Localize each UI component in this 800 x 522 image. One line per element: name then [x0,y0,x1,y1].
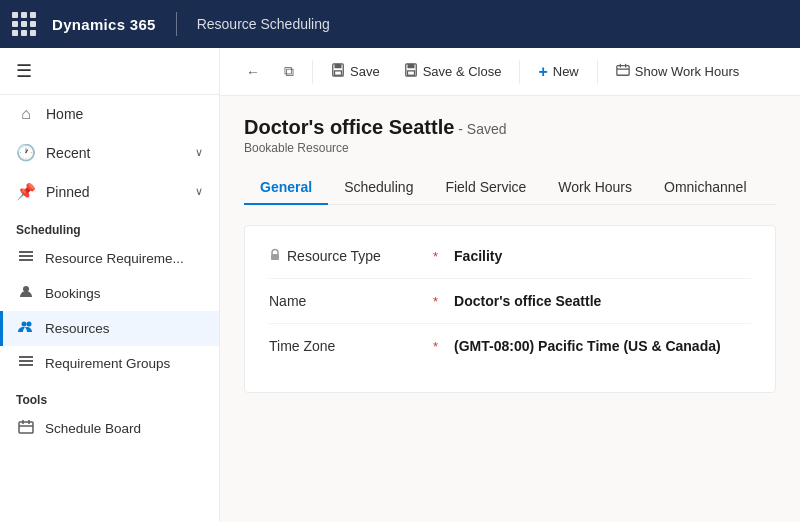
show-work-hours-button[interactable]: Show Work Hours [606,57,750,86]
new-icon: + [538,63,547,81]
calendar-icon [17,419,35,438]
resource-requirements-label: Resource Requireme... [45,251,184,266]
name-value[interactable]: Doctor's office Seattle [454,293,601,309]
name-label-group: Name [269,293,429,309]
form-card: Resource Type * Facility Name * Doctor's… [244,225,776,393]
toolbar: ← ⧉ Save Save & Close + New [220,48,800,96]
sidebar-item-bookings[interactable]: Bookings [0,276,219,311]
svg-point-5 [27,322,32,327]
save-icon [331,63,345,80]
svg-point-4 [22,322,27,327]
resource-type-required-mark: * [433,249,438,264]
resource-type-label-group: Resource Type [269,248,429,264]
recent-icon: 🕐 [16,143,36,162]
resource-type-field: Resource Type * Facility [269,234,751,279]
chevron-down-icon: ∨ [195,146,203,159]
time-zone-value[interactable]: (GMT-08:00) Pacific Time (US & Canada) [454,338,721,354]
toolbar-divider-1 [312,60,313,84]
sidebar-item-pinned[interactable]: 📌 Pinned ∨ [0,172,219,211]
people-icon [17,319,35,338]
record-title: Doctor's office Seattle [244,116,454,138]
tab-general[interactable]: General [244,171,328,205]
record-saved-status: - Saved [458,121,506,137]
back-icon: ← [246,64,260,80]
save-close-icon [404,63,418,80]
name-required-mark: * [433,294,438,309]
schedule-board-label: Schedule Board [45,421,141,436]
sidebar-item-home[interactable]: ⌂ Home [0,95,219,133]
chevron-down-icon: ∨ [195,185,203,198]
tab-scheduling[interactable]: Scheduling [328,171,429,205]
form-area: Doctor's office Seattle - Saved Bookable… [220,96,800,522]
time-zone-label-group: Time Zone [269,338,429,354]
person-icon [17,284,35,303]
sidebar: ☰ ⌂ Home 🕐 Recent ∨ 📌 Pinned ∨ Schedulin… [0,48,220,522]
resource-type-label: Resource Type [287,248,381,264]
toolbar-divider-2 [519,60,520,84]
tab-field-service[interactable]: Field Service [429,171,542,205]
window-button[interactable]: ⧉ [274,57,304,86]
svg-rect-0 [19,251,33,253]
sidebar-item-resource-requirements[interactable]: Resource Requireme... [0,241,219,276]
record-header: Doctor's office Seattle - Saved [244,116,776,139]
svg-rect-1 [19,255,33,257]
new-label: New [553,64,579,79]
resource-type-value[interactable]: Facility [454,248,502,264]
tab-work-hours[interactable]: Work Hours [542,171,648,205]
nav-divider [176,12,177,36]
back-button[interactable]: ← [236,58,270,86]
lock-icon [269,248,281,264]
app-launcher-button[interactable] [12,12,36,36]
groups-icon [17,354,35,373]
save-label: Save [350,64,380,79]
sidebar-item-schedule-board[interactable]: Schedule Board [0,411,219,446]
pin-icon: 📌 [16,182,36,201]
time-zone-field: Time Zone * (GMT-08:00) Pacific Time (US… [269,324,751,368]
svg-rect-2 [19,259,33,261]
bookings-label: Bookings [45,286,101,301]
sidebar-item-requirement-groups[interactable]: Requirement Groups [0,346,219,381]
show-work-hours-label: Show Work Hours [635,64,740,79]
sidebar-item-recent[interactable]: 🕐 Recent ∨ [0,133,219,172]
sidebar-item-pinned-label: Pinned [46,184,90,200]
toolbar-divider-3 [597,60,598,84]
resources-label: Resources [45,321,110,336]
list-icon [17,249,35,268]
calendar-work-icon [616,63,630,80]
save-close-button[interactable]: Save & Close [394,57,512,86]
svg-rect-14 [335,64,342,68]
record-subtitle: Bookable Resource [244,141,776,155]
svg-rect-6 [19,356,33,358]
name-field: Name * Doctor's office Seattle [269,279,751,324]
window-icon: ⧉ [284,63,294,80]
main-layout: ☰ ⌂ Home 🕐 Recent ∨ 📌 Pinned ∨ Schedulin… [0,48,800,522]
svg-rect-18 [407,71,414,75]
time-zone-required-mark: * [433,339,438,354]
tab-omnichannel[interactable]: Omnichannel [648,171,763,205]
tools-section-title: Tools [0,381,219,411]
sidebar-item-resources[interactable]: Resources [0,311,219,346]
time-zone-label: Time Zone [269,338,335,354]
main-content: ← ⧉ Save Save & Close + New [220,48,800,522]
save-close-label: Save & Close [423,64,502,79]
svg-rect-7 [19,360,33,362]
app-title: Dynamics 365 [52,16,156,33]
svg-rect-15 [335,71,342,75]
sidebar-item-recent-label: Recent [46,145,90,161]
svg-rect-19 [617,66,629,76]
new-button[interactable]: + New [528,57,588,87]
sidebar-item-home-label: Home [46,106,83,122]
hamburger-menu[interactable]: ☰ [0,48,219,95]
module-title: Resource Scheduling [197,16,330,32]
name-label: Name [269,293,306,309]
svg-rect-23 [271,254,279,260]
scheduling-section-title: Scheduling [0,211,219,241]
home-icon: ⌂ [16,105,36,123]
save-button[interactable]: Save [321,57,390,86]
form-tabs: General Scheduling Field Service Work Ho… [244,171,776,205]
top-nav-bar: Dynamics 365 Resource Scheduling [0,0,800,48]
svg-rect-9 [19,422,33,433]
requirement-groups-label: Requirement Groups [45,356,170,371]
svg-rect-8 [19,364,33,366]
svg-rect-17 [407,64,414,68]
